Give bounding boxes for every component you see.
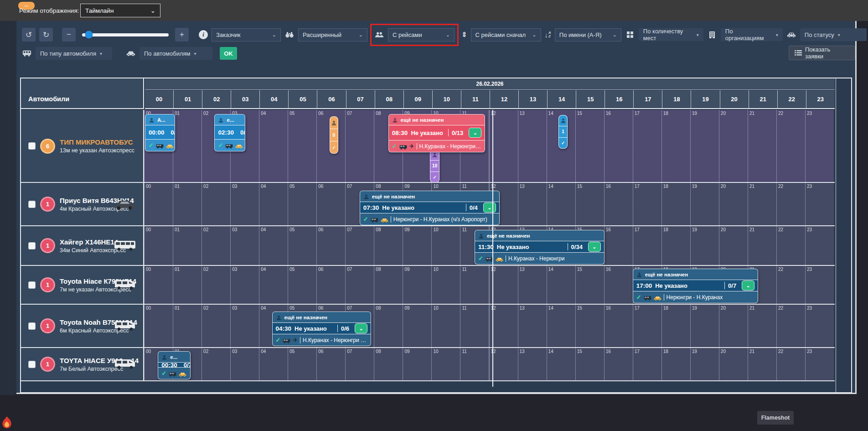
trip-event-narrow[interactable]: 0✓: [330, 116, 339, 154]
row-hour-label: 08: [376, 111, 381, 116]
row-hour-label: 09: [404, 227, 409, 232]
check-icon: ✓: [559, 137, 567, 148]
mode-extended-select[interactable]: Расширенный⌄: [298, 28, 367, 42]
display-mode-select[interactable]: Таймлайн ⌄: [80, 4, 160, 17]
by-seats-dropdown[interactable]: По количеству мест▾: [639, 28, 703, 41]
trip-status-text: Не указано: [294, 325, 327, 332]
sort-az-icon[interactable]: ↓AZ: [545, 31, 551, 39]
row-timeline-area[interactable]: 0001020304050607080910111213141516171819…: [144, 266, 834, 304]
info-icon[interactable]: i: [199, 30, 208, 39]
by-name-select[interactable]: По имени (А-Я)⌄: [555, 28, 621, 42]
trip-event-card[interactable]: ещё не назначен11:30Не указано0/34⌄✓Н.Ку…: [475, 230, 604, 265]
trip-expand-button[interactable]: ⌄: [588, 242, 601, 252]
vehicle-checkbox[interactable]: [28, 242, 36, 249]
by-vehicle-type-dropdown[interactable]: По типу автомобиля▾: [36, 47, 112, 60]
row-hour-label: 06: [318, 184, 323, 189]
building-icon[interactable]: [707, 30, 717, 39]
trip-event-card[interactable]: ещё не назначен17:00Не указано0/7⌄✓Нерюн…: [633, 269, 758, 303]
row-hour-label: 16: [606, 111, 611, 116]
vehicle-checkbox[interactable]: [28, 361, 36, 368]
vehicle-cell[interactable]: 1Хайгер Х146НЕ1434м Синий Автоэкспресс: [21, 226, 144, 265]
vehicle-cell[interactable]: 1Toyota Hiace К795НЕ147м не указан Автоэ…: [21, 266, 144, 304]
row-timeline-area[interactable]: 0001020304050607080910111213141516171819…: [144, 348, 834, 380]
trip-card-footer: ✓Н.К...: [158, 367, 190, 379]
zoom-slider-thumb[interactable]: [85, 31, 93, 39]
chevron-down-icon: ▾: [194, 51, 196, 56]
grid-icon[interactable]: [625, 30, 635, 39]
by-orgs-dropdown[interactable]: По организациям▾: [721, 28, 783, 41]
with-trips-first-select[interactable]: С рейсами сначал⌄: [471, 28, 541, 42]
zoom-slider[interactable]: [82, 33, 169, 36]
trip-card-footer: ✓Нерюнгри - Н.Куранах (ч/з Аэропорт): [360, 213, 499, 225]
hour-header-cell: 05: [288, 90, 317, 108]
sort-direction-icon[interactable]: ⇕: [461, 31, 467, 39]
vehicle-cell[interactable]: 1TOYTA HIACE У916но147м Белый Автоэкспре…: [21, 348, 144, 380]
row-timeline-area[interactable]: 0001020304050607080910111213141516171819…: [144, 110, 834, 182]
row-hour-label: 17: [635, 349, 640, 354]
trip-expand-button[interactable]: ⌄: [483, 203, 496, 213]
row-timeline-area[interactable]: 0001020304050607080910111213141516171819…: [144, 305, 834, 347]
trip-event-card[interactable]: ещё не назначен08:30Не указано0/13⌄✓✈Н.К…: [388, 114, 485, 152]
vehicle-count-badge: 1: [41, 198, 54, 210]
trip-event-narrow[interactable]: 10✓: [430, 149, 439, 182]
driver-status-text: ещё не назначен: [372, 194, 415, 199]
vehicle-cell[interactable]: 1Toyota Noah В752МС146м Красный Автоэксп…: [21, 305, 144, 347]
dark-sedan-photo: [113, 197, 137, 211]
car-icon[interactable]: [786, 30, 796, 39]
trip-time-abbrev: 0: [330, 129, 338, 141]
timeline-date-header: 26.02.2026: [145, 78, 835, 90]
vehicle-cell[interactable]: 6ТИП МИКРОАВТОБУС13м не указан Автоэкспр…: [21, 110, 144, 182]
customer-select[interactable]: Заказчик⌄: [212, 28, 281, 42]
trip-expand-button[interactable]: ⌄: [742, 280, 754, 291]
trip-event-card[interactable]: ещё не назначен04:30Не указано0/6⌄✓✈Н.Ку…: [272, 312, 371, 346]
row-timeline-area[interactable]: 0001020304050607080910111213141516171819…: [144, 226, 834, 265]
trip-expand-button[interactable]: ⌄: [469, 128, 481, 138]
trip-card-footer: ✓Нерюнгри - Н.Куранах: [633, 291, 758, 303]
trip-start-time: 00:30: [161, 363, 177, 367]
vehicle-cell[interactable]: 1Приус Витя В643НУ144м Красный Автоэкспр…: [21, 183, 144, 225]
trip-card-body: 02:300/13: [215, 125, 244, 139]
hour-header-cell: 21: [749, 90, 777, 108]
by-vehicles-dropdown[interactable]: По автомобилям▾: [140, 47, 212, 60]
show-requests-button[interactable]: Показать заявки: [789, 46, 855, 60]
vehicle-checkbox[interactable]: [28, 322, 36, 330]
ok-button[interactable]: OK: [220, 47, 237, 60]
vehicle-count-badge: 1: [41, 320, 54, 332]
row-hour-label: 18: [663, 306, 668, 311]
check-icon: ✓: [478, 255, 483, 262]
person-icon: [276, 314, 282, 320]
row-hour-label: 06: [318, 306, 323, 311]
binoculars-icon[interactable]: [284, 30, 294, 39]
chevron-down-icon: ⌄: [532, 32, 536, 38]
car-icon[interactable]: [126, 49, 136, 58]
row-hour-label: 00: [146, 184, 151, 189]
trip-event-narrow[interactable]: 1✓: [558, 115, 568, 149]
row-timeline-area[interactable]: 0001020304050607080910111213141516171819…: [144, 183, 834, 225]
trip-event-card[interactable]: е...00:300/7✓Н.К...: [158, 351, 191, 379]
trip-expand-button[interactable]: ⌄: [355, 323, 367, 333]
zoom-in-button[interactable]: +: [175, 28, 189, 42]
vehicle-checkbox[interactable]: [28, 142, 36, 150]
row-hour-label: 16: [606, 267, 611, 272]
trip-event-card[interactable]: А...00:000/13✓Н.К...: [145, 114, 175, 151]
flameshot-flame-icon[interactable]: [1, 416, 13, 429]
zoom-out-button[interactable]: −: [62, 28, 76, 42]
bus-icon[interactable]: [22, 49, 32, 58]
driver-status-text: ещё не назначен: [645, 272, 688, 277]
trip-time-abbrev: 10: [430, 160, 439, 171]
redo-button[interactable]: ↻: [39, 28, 53, 42]
trip-event-card[interactable]: е...02:300/13✓Н.К...: [214, 114, 245, 151]
row-hour-label: 20: [721, 111, 726, 116]
timeline-right-gutter[interactable]: [836, 78, 851, 392]
undo-button[interactable]: ↺: [22, 28, 36, 42]
trip-card-body: 00:300/7: [158, 363, 190, 367]
with-trips-select[interactable]: С рейсами⌄: [388, 28, 455, 42]
trip-event-card[interactable]: ещё не назначен07:30Не указано0/4⌄✓Нерюн…: [360, 191, 500, 225]
trip-card-body: 04:30Не указано0/6⌄: [273, 323, 371, 334]
vehicle-checkbox[interactable]: [28, 281, 36, 289]
by-status-dropdown[interactable]: По статусу▾: [800, 28, 867, 41]
people-group-icon[interactable]: [374, 30, 384, 39]
vehicle-checkbox[interactable]: [28, 201, 36, 208]
row-hour-label: 07: [347, 111, 352, 116]
seats-count: 0/7: [728, 282, 736, 289]
